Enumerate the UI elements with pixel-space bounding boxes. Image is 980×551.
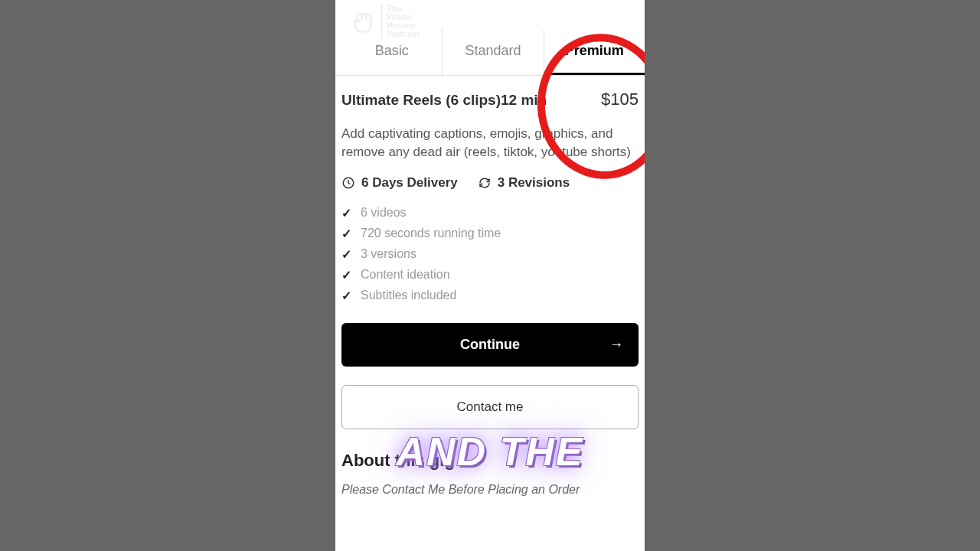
package-description: Add captivating captions, emojis, graphi… xyxy=(341,125,639,161)
phone-screen: The Miami Heroes Podcast Basic Standard … xyxy=(335,0,645,551)
about-heading: About this gig xyxy=(341,451,639,471)
refresh-icon xyxy=(478,176,492,190)
clock-icon xyxy=(341,176,355,190)
bg-feature-item: ✓Content ideati xyxy=(0,329,83,439)
continue-button[interactable]: Continue → xyxy=(341,323,639,367)
bg-feature-item: ✓Subtitles inclu xyxy=(0,490,83,551)
check-icon: ✓ xyxy=(341,289,351,303)
features-list: ✓6 videos ✓720 seconds running time ✓3 v… xyxy=(341,203,639,306)
package-title: Ultimate Reels (6 clips)12 min xyxy=(341,92,547,109)
feature-item: ✓Content ideation xyxy=(341,265,639,285)
contact-button[interactable]: Contact me xyxy=(341,385,639,429)
feature-item: ✓6 videos xyxy=(341,203,639,223)
podcast-watermark: The Miami Heroes Podcast xyxy=(349,6,456,37)
feature-item: ✓3 versions xyxy=(341,244,639,265)
arrow-right-icon: → xyxy=(609,337,623,353)
about-note: Please Contact Me Before Placing an Orde… xyxy=(341,483,639,497)
feature-item: ✓720 seconds running time xyxy=(341,223,639,244)
tab-premium[interactable]: Premium xyxy=(544,29,645,75)
bg-feature-item: ✓720 seconds r xyxy=(0,8,83,117)
tab-standard[interactable]: Standard xyxy=(443,29,544,75)
check-icon: ✓ xyxy=(341,247,351,262)
package-price: $105 xyxy=(601,90,639,109)
check-icon: ✓ xyxy=(341,268,351,282)
revisions-meta: 3 Revisions xyxy=(478,175,570,191)
check-icon: ✓ xyxy=(341,206,351,220)
check-icon: ✓ xyxy=(341,227,351,241)
delivery-meta: 6 Days Delivery xyxy=(341,175,458,191)
bg-feature-item: ✓3 versions xyxy=(0,168,83,278)
feature-item: ✓Subtitles included xyxy=(341,285,639,306)
hand-icon xyxy=(349,8,377,35)
